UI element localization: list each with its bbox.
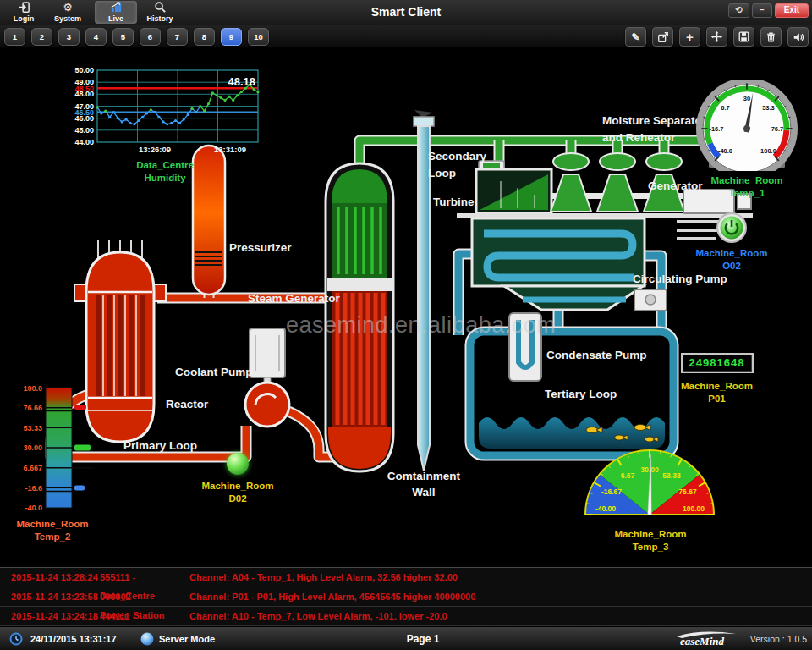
delete-button[interactable] <box>760 27 782 47</box>
nav-history-button[interactable]: History <box>139 1 181 24</box>
svg-text:6.67: 6.67 <box>621 471 635 480</box>
edit-button[interactable]: ✎ <box>625 27 646 47</box>
tab-2[interactable]: 2 <box>31 28 52 46</box>
volume-button[interactable] <box>787 27 809 47</box>
svg-text:100.0: 100.0 <box>23 384 42 393</box>
x-tick-1: 13:26:09 <box>139 145 171 154</box>
tab-4[interactable]: 4 <box>85 28 107 46</box>
trend-chart: 50.00 49.00 48.00 47.00 46.00 45.00 44.0… <box>59 64 271 156</box>
label-primary-loop: Primary Loop <box>123 439 197 452</box>
label-pressurizer: Pressurizer <box>229 241 292 254</box>
nav-live-label: Live <box>95 14 137 23</box>
svg-text:100.00: 100.00 <box>683 504 705 513</box>
svg-text:6.7: 6.7 <box>721 104 729 112</box>
refresh-button[interactable]: ⟲ <box>728 3 749 18</box>
label-steam-generator: Steam Generator <box>248 292 341 305</box>
refresh-icon: ⟲ <box>735 5 742 14</box>
alarm-source: 555111 - Data_Centre <box>100 568 189 587</box>
status-mode: Server Mode <box>159 627 215 650</box>
server-mode-icon <box>140 632 154 650</box>
digital-caption-2: P01 <box>677 393 757 405</box>
digital-caption-1: Machine_Room <box>677 380 757 393</box>
save-icon <box>738 31 749 42</box>
nav-history-label: History <box>139 14 181 23</box>
tab-8[interactable]: 8 <box>194 28 215 46</box>
minimize-button[interactable]: − <box>752 3 772 18</box>
nav-system-button[interactable]: ⚙ System <box>47 1 88 24</box>
condenser-equipment <box>472 218 645 310</box>
low-limit-label: 46.50 <box>74 108 94 117</box>
easemind-logo: easeMind <box>673 630 738 650</box>
high-marker <box>74 405 86 410</box>
high-limit-label: 48.50 <box>74 85 94 93</box>
minimize-icon: − <box>760 5 765 14</box>
containment-wall-structure <box>414 110 434 471</box>
label-condensate-pump: Condensate Pump <box>546 349 647 361</box>
svg-text:44.00: 44.00 <box>74 138 94 146</box>
svg-text:easeMind: easeMind <box>680 635 725 647</box>
tab-1[interactable]: 1 <box>4 28 25 46</box>
d02-caption-2: D02 <box>183 493 293 505</box>
svg-text:76.66: 76.66 <box>23 404 42 412</box>
page-tabs: 12345678910 <box>4 28 269 46</box>
status-datetime: 24/11/2015 13:31:17 <box>30 627 117 650</box>
plus-icon: + <box>686 30 694 44</box>
alarm-source: 000002 - Power_Station <box>100 587 189 606</box>
gauge-temp3-caption-2: Temp_3 <box>579 541 722 554</box>
d02-caption-1: Machine_Room <box>183 480 293 493</box>
svg-text:6.667: 6.667 <box>23 464 42 472</box>
power-button-widget[interactable]: Machine_Room O02 <box>694 212 770 273</box>
pencil-icon: ✎ <box>631 31 639 43</box>
tab-7[interactable]: 7 <box>167 28 188 46</box>
svg-text:30: 30 <box>743 95 750 102</box>
alarm-time: 2015-11-24 13:23:58 <box>0 587 100 606</box>
trend-caption-1: Data_Centre <box>59 159 271 172</box>
nav-live-button[interactable]: Live <box>95 1 137 24</box>
gauge-temp1-widget[interactable]: -40.0 -16.7 6.7 30 53.3 76.7 100.0 Machi… <box>692 80 802 200</box>
circulating-pump-equipment <box>634 289 667 311</box>
trend-caption-2: Humidity <box>59 172 271 185</box>
tab-5[interactable]: 5 <box>112 28 134 46</box>
move-button[interactable] <box>706 27 727 47</box>
label-coolant-pump: Coolant Pump <box>175 366 253 378</box>
label-containment-2: Wall <box>412 486 435 499</box>
export-button[interactable] <box>652 27 673 47</box>
exit-button[interactable]: Exit <box>775 3 809 18</box>
svg-text:53.33: 53.33 <box>23 424 42 432</box>
tab-9[interactable]: 9 <box>221 28 242 46</box>
smart-client-window: Login ⚙ System Live History Smart Client… <box>0 0 812 650</box>
tab-3[interactable]: 3 <box>58 28 80 46</box>
bar-gauge-widget[interactable]: 100.0 76.66 53.33 30.00 6.667 -16.6 -40.… <box>10 381 95 543</box>
svg-text:-16.7: -16.7 <box>709 125 723 133</box>
trend-chart-widget[interactable]: 50.00 49.00 48.00 47.00 46.00 45.00 44.0… <box>59 64 271 185</box>
digital-display-widget: 24981648 Machine_Room P01 <box>677 353 757 405</box>
tab-6[interactable]: 6 <box>140 28 161 46</box>
status-bar: 24/11/2015 13:31:17 Server Mode Page 1 e… <box>0 626 812 650</box>
add-button[interactable]: + <box>679 27 700 47</box>
digital-value: 24981648 <box>681 353 754 373</box>
alarm-row[interactable]: 2015-11-24 13:28:24555111 - Data_CentreC… <box>0 568 812 587</box>
alarm-row[interactable]: 2015-11-24 13:23:58000002 - Power_Statio… <box>0 587 812 607</box>
save-button[interactable] <box>733 27 754 47</box>
svg-text:-40.00: -40.00 <box>595 504 616 513</box>
login-icon <box>5 1 42 14</box>
nav-login-button[interactable]: Login <box>5 1 42 24</box>
gauge-temp3-widget[interactable]: -40.00 -16.67 6.67 30.00 53.33 76.67 100… <box>579 440 722 554</box>
svg-text:-16.6: -16.6 <box>25 484 42 493</box>
clock-icon <box>9 632 23 650</box>
alarm-row[interactable]: 2015-11-24 13:24:18444111 - Machine_Room… <box>0 607 812 626</box>
power-caption-1: Machine_Room <box>694 247 770 260</box>
speaker-icon <box>793 31 804 43</box>
nav-login-label: Login <box>5 14 42 23</box>
title-bar: Login ⚙ System Live History Smart Client… <box>0 0 812 25</box>
alarm-message: Channel: P01 - P01, High Level Alarm, 45… <box>189 587 812 606</box>
svg-text:-40.0: -40.0 <box>25 504 42 512</box>
tab-10[interactable]: 10 <box>248 28 269 46</box>
move-icon <box>710 30 723 43</box>
svg-text:100.0: 100.0 <box>760 147 776 155</box>
alarm-time: 2015-11-24 13:28:24 <box>0 568 100 587</box>
bar-gauge-caption-1: Machine_Room <box>10 518 95 531</box>
bar-gauge-caption-2: Temp_2 <box>10 531 95 543</box>
toolbar-icons: ✎ + <box>625 27 809 47</box>
label-moisture-2: and Reheator <box>602 131 676 144</box>
